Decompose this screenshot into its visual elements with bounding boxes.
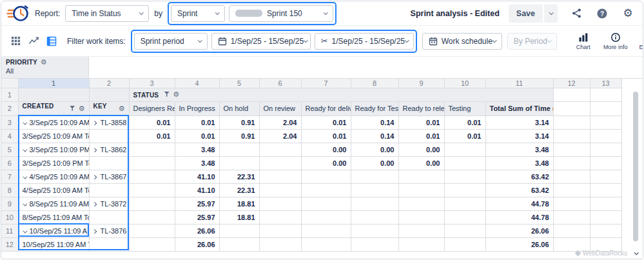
empty-cell[interactable] <box>590 156 621 170</box>
value-cell[interactable] <box>129 156 175 170</box>
value-cell[interactable]: 41.10 <box>175 170 219 183</box>
value-cell[interactable] <box>301 170 351 183</box>
row-total-cell[interactable]: 26.06 <box>485 224 553 237</box>
scroll-down-button[interactable] <box>631 248 640 257</box>
key-cell[interactable] <box>89 183 129 197</box>
empty-cell[interactable] <box>590 224 621 237</box>
empty-cell[interactable] <box>590 129 621 143</box>
value-cell[interactable]: 0.01 <box>398 129 444 143</box>
grid-view-icon[interactable] <box>8 34 23 49</box>
value-cell[interactable] <box>219 224 259 237</box>
value-cell[interactable]: 18.81 <box>219 210 259 224</box>
created-cell[interactable]: 8/Sep/25 11:09 AM Total <box>18 210 89 224</box>
empty-cell[interactable] <box>590 183 621 197</box>
empty-header-cell[interactable] <box>89 88 129 101</box>
value-cell[interactable] <box>444 210 485 224</box>
row-header-7[interactable]: 7 <box>1 170 18 183</box>
row-total-cell[interactable]: 26.06 <box>485 237 553 251</box>
value-cell[interactable] <box>259 170 301 183</box>
status-column-header[interactable]: Ready for Testing <box>351 101 398 115</box>
row-header-11[interactable]: 11 <box>1 224 18 237</box>
work-schedule-dropdown[interactable]: Work schedule <box>422 33 502 50</box>
value-cell[interactable]: 0.01 <box>175 129 219 143</box>
status-column-header[interactable]: On hold <box>219 101 259 115</box>
status-column-header[interactable]: Designers Review <box>129 101 175 115</box>
value-cell[interactable]: 0.14 <box>351 129 398 143</box>
save-options-button[interactable] <box>544 5 558 23</box>
value-cell[interactable] <box>129 197 175 210</box>
row-header-1[interactable]: 1 <box>1 88 18 101</box>
empty-header-cell[interactable] <box>18 88 89 101</box>
row-header-5[interactable]: 5 <box>1 143 18 156</box>
column-header-4[interactable]: 4 <box>175 79 219 88</box>
value-cell[interactable] <box>219 143 259 156</box>
empty-cell[interactable] <box>553 210 590 224</box>
value-cell[interactable]: 26.06 <box>175 224 219 237</box>
column-header-6[interactable]: 6 <box>259 79 301 88</box>
column-header-11[interactable]: 11 <box>485 79 553 88</box>
value-cell[interactable]: 0.00 <box>398 143 444 156</box>
empty-cell[interactable] <box>553 115 590 129</box>
value-cell[interactable] <box>444 156 485 170</box>
created-header-cell[interactable]: ⚙CREATED <box>18 101 89 115</box>
share-icon[interactable] <box>569 6 583 21</box>
key-header-cell[interactable]: ⚙KEY <box>89 101 129 115</box>
value-cell[interactable] <box>351 197 398 210</box>
value-cell[interactable] <box>129 210 175 224</box>
more-info-button[interactable]: More info <box>603 32 628 50</box>
value-cell[interactable]: 41.10 <box>175 183 219 197</box>
expand-icon[interactable] <box>92 202 97 206</box>
value-cell[interactable]: 0.91 <box>219 129 259 143</box>
value-cell[interactable] <box>301 197 351 210</box>
empty-cell[interactable] <box>553 101 590 115</box>
gear-icon[interactable]: ⚙ <box>79 105 85 112</box>
value-cell[interactable]: 0.01 <box>444 129 485 143</box>
empty-cell[interactable] <box>590 101 621 115</box>
value-cell[interactable]: 0.00 <box>301 156 351 170</box>
row-total-cell[interactable]: 3.48 <box>485 156 553 170</box>
value-cell[interactable]: 0.01 <box>398 115 444 129</box>
save-button[interactable]: Save <box>509 5 543 23</box>
expand-icon[interactable] <box>92 175 97 179</box>
empty-cell[interactable] <box>590 170 621 183</box>
column-header-5[interactable]: 5 <box>219 79 259 88</box>
created-cell[interactable]: 3/Sep/25 10:09 AM Total <box>18 129 89 143</box>
column-header-10[interactable]: 10 <box>444 79 485 88</box>
value-cell[interactable] <box>398 170 444 183</box>
value-cell[interactable]: 0.00 <box>351 143 398 156</box>
expand-icon[interactable] <box>92 148 97 152</box>
value-cell[interactable] <box>219 156 259 170</box>
value-cell[interactable] <box>129 170 175 183</box>
settings-icon[interactable]: ⚙ <box>621 6 635 21</box>
value-cell[interactable] <box>301 210 351 224</box>
created-cell[interactable]: 3/Sep/25 10:09 PM Total <box>18 156 89 170</box>
gear-icon[interactable]: ⚙ <box>173 91 179 98</box>
value-cell[interactable] <box>444 183 485 197</box>
status-column-header[interactable]: Ready to release <box>398 101 444 115</box>
row-total-cell[interactable]: 3.48 <box>485 143 553 156</box>
key-cell[interactable]: TL-3862 <box>89 143 129 156</box>
key-cell[interactable] <box>89 156 129 170</box>
empty-cell[interactable] <box>553 129 590 143</box>
value-cell[interactable] <box>259 156 301 170</box>
value-cell[interactable]: 2.04 <box>259 129 301 143</box>
value-cell[interactable]: 25.97 <box>175 210 219 224</box>
row-header-4[interactable]: 4 <box>1 129 18 143</box>
value-cell[interactable] <box>301 237 351 251</box>
value-cell[interactable]: 0.01 <box>129 115 175 129</box>
row-total-cell[interactable]: 63.42 <box>485 170 553 183</box>
value-cell[interactable] <box>259 224 301 237</box>
empty-cell[interactable] <box>590 237 621 251</box>
value-cell[interactable]: 22.31 <box>219 170 259 183</box>
pivot-view-icon[interactable] <box>44 34 59 49</box>
expand-icon[interactable] <box>92 229 97 234</box>
value-cell[interactable]: 0.01 <box>175 115 219 129</box>
value-cell[interactable]: 18.81 <box>219 197 259 210</box>
chart-button[interactable]: Chart <box>572 32 594 50</box>
priority-filter[interactable]: PRIORITY ⚙ All <box>1 57 89 78</box>
empty-cell[interactable] <box>553 170 590 183</box>
created-cell[interactable]: 3/Sep/25 10:09 AM <box>18 115 89 129</box>
empty-cell[interactable] <box>553 88 590 101</box>
value-cell[interactable]: 22.31 <box>219 183 259 197</box>
key-cell[interactable] <box>89 129 129 143</box>
